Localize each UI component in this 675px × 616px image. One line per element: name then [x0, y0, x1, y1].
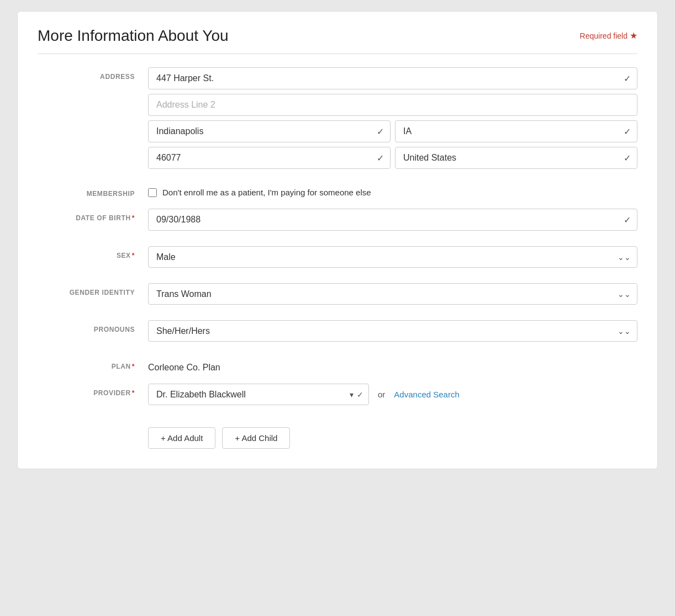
city-wrapper: ✓ — [148, 120, 391, 142]
required-note-text: Required field — [580, 31, 627, 40]
required-asterisk: ★ — [630, 30, 637, 41]
sex-required-star: * — [132, 252, 135, 259]
plan-row: PLAN* Corleone Co. Plan — [38, 357, 637, 373]
plan-field-content: Corleone Co. Plan — [148, 357, 637, 373]
dob-row: DATE OF BIRTH* ✓ — [38, 209, 637, 235]
sex-row: SEX* Male Female ⌄⌄ — [38, 246, 637, 272]
address-line2-input[interactable] — [148, 94, 637, 116]
city-input[interactable] — [148, 120, 391, 142]
membership-checkbox-row: Don't enroll me as a patient, I'm paying… — [148, 184, 637, 197]
pronouns-select-wrapper: She/Her/Hers He/Him/His They/Them/Theirs… — [148, 320, 637, 342]
sex-label: SEX* — [38, 246, 148, 259]
pronouns-field-content: She/Her/Hers He/Him/His They/Them/Theirs… — [148, 320, 637, 346]
provider-label: PROVIDER* — [38, 384, 148, 397]
sex-select[interactable]: Male Female — [148, 246, 637, 268]
dob-field-content: ✓ — [148, 209, 637, 235]
provider-or-text: or — [378, 390, 385, 399]
address-line2-wrapper — [148, 94, 637, 116]
zip-wrapper: ✓ — [148, 147, 391, 169]
header-divider — [38, 54, 637, 54]
provider-select-wrapper: Dr. Elizabeth Blackwell ▾ ✓ — [148, 384, 369, 405]
dob-wrapper: ✓ — [148, 209, 637, 231]
sex-field-content: Male Female ⌄⌄ — [148, 246, 637, 272]
plan-required-star: * — [132, 363, 135, 370]
pronouns-select[interactable]: She/Her/Hers He/Him/His They/Them/Theirs — [148, 320, 637, 342]
gender-identity-field-content: Trans Woman Trans Man Non-Binary Other ⌄… — [148, 283, 637, 309]
sex-select-wrapper: Male Female ⌄⌄ — [148, 246, 637, 268]
advanced-search-link[interactable]: Advanced Search — [394, 390, 459, 399]
zip-input[interactable] — [148, 147, 391, 169]
address-line1-wrapper: ✓ — [148, 67, 637, 89]
address-row: ADDRESS ✓ ✓ ✓ — [38, 67, 637, 173]
add-child-button[interactable]: + Add Child — [222, 427, 290, 449]
address-label: ADDRESS — [38, 67, 148, 81]
address-fields: ✓ ✓ ✓ ✓ — [148, 67, 637, 173]
membership-label: MEMBERSHIP — [38, 184, 148, 198]
membership-row: MEMBERSHIP Don't enroll me as a patient,… — [38, 184, 637, 198]
membership-checkbox-label: Don't enroll me as a patient, I'm paying… — [162, 188, 371, 197]
city-state-row: ✓ ✓ — [148, 120, 637, 147]
country-wrapper: ✓ — [395, 147, 637, 169]
state-input[interactable] — [395, 120, 637, 142]
plan-value: Corleone Co. Plan — [148, 357, 637, 373]
add-adult-button[interactable]: + Add Adult — [148, 427, 215, 449]
provider-row: PROVIDER* Dr. Elizabeth Blackwell ▾ ✓ or… — [38, 384, 637, 405]
state-wrapper: ✓ — [395, 120, 637, 142]
pronouns-row: PRONOUNS She/Her/Hers He/Him/His They/Th… — [38, 320, 637, 346]
dob-label: DATE OF BIRTH* — [38, 209, 148, 222]
provider-field-content: Dr. Elizabeth Blackwell ▾ ✓ or Advanced … — [148, 384, 637, 405]
country-input[interactable] — [395, 147, 637, 169]
pronouns-label: PRONOUNS — [38, 320, 148, 333]
zip-country-row: ✓ ✓ — [148, 147, 637, 173]
form-card: More Information About You Required fiel… — [17, 11, 658, 469]
plan-label: PLAN* — [38, 357, 148, 370]
gender-identity-select-wrapper: Trans Woman Trans Man Non-Binary Other ⌄… — [148, 283, 637, 305]
gender-identity-row: GENDER IDENTITY Trans Woman Trans Man No… — [38, 283, 637, 309]
provider-required-star: * — [132, 389, 135, 397]
address-line1-input[interactable] — [148, 67, 637, 89]
page-title: More Information About You — [38, 27, 229, 45]
gender-identity-select[interactable]: Trans Woman Trans Man Non-Binary Other — [148, 283, 637, 305]
gender-identity-label: GENDER IDENTITY — [38, 283, 148, 296]
card-header: More Information About You Required fiel… — [38, 27, 637, 45]
provider-input-row: Dr. Elizabeth Blackwell ▾ ✓ or Advanced … — [148, 384, 637, 405]
dob-required-star: * — [132, 214, 135, 222]
membership-field-content: Don't enroll me as a patient, I'm paying… — [148, 184, 637, 197]
membership-checkbox[interactable] — [148, 188, 157, 197]
required-note: Required field ★ — [580, 30, 637, 41]
bottom-actions: + Add Adult + Add Child — [38, 416, 637, 449]
dob-input[interactable] — [148, 209, 637, 231]
provider-select[interactable]: Dr. Elizabeth Blackwell — [148, 384, 369, 405]
